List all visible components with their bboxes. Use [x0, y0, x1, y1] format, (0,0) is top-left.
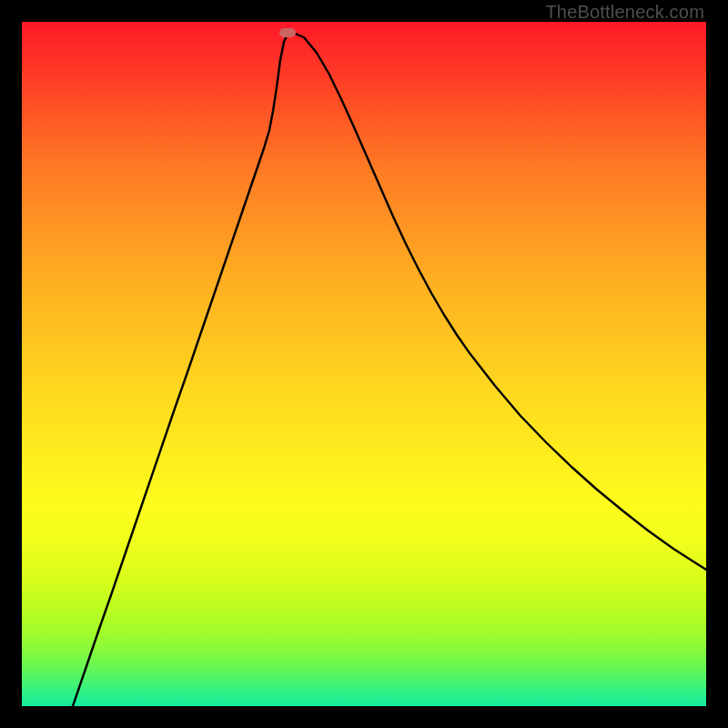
chart-plot-area — [22, 22, 706, 706]
watermark-text: TheBottleneck.com — [545, 2, 704, 23]
